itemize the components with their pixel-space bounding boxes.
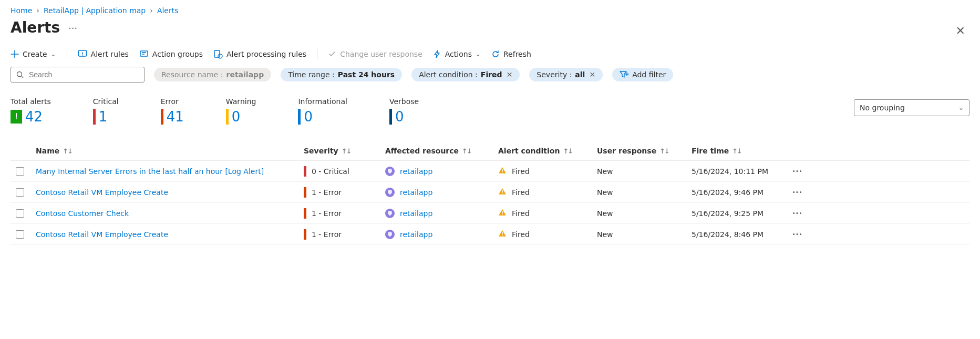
warning-icon xyxy=(498,209,507,218)
row-menu-button[interactable]: ··· xyxy=(792,188,813,197)
cell-severity: 1 - Error xyxy=(304,187,385,198)
col-firetime-label: Fire time xyxy=(692,147,729,155)
add-filter-button[interactable]: Add filter xyxy=(612,68,673,81)
sort-icon: ↑↓ xyxy=(462,147,471,155)
alert-name-link[interactable]: Contoso Retail VM Employee Create xyxy=(36,188,168,197)
row-menu-button[interactable]: ··· xyxy=(792,209,813,218)
cell-severity: 1 - Error xyxy=(304,229,385,240)
create-button[interactable]: Create ⌄ xyxy=(11,50,56,58)
filter-timerange-label: Time range : xyxy=(288,70,335,79)
chevron-right-icon: › xyxy=(150,6,153,15)
cell-resource[interactable]: retailapp xyxy=(385,230,498,239)
col-name-label: Name xyxy=(36,147,59,155)
row-checkbox[interactable] xyxy=(16,209,24,218)
chevron-down-icon: ⌄ xyxy=(51,50,56,58)
row-menu-button[interactable]: ··· xyxy=(792,167,813,176)
severity-bar-icon xyxy=(304,187,306,198)
cell-severity: 0 - Critical xyxy=(304,166,385,177)
cell-condition: Fired xyxy=(498,209,597,218)
col-resource-label: Affected resource xyxy=(385,147,459,155)
row-checkbox[interactable] xyxy=(16,230,24,239)
refresh-button[interactable]: Refresh xyxy=(491,50,531,58)
cell-resource[interactable]: retailapp xyxy=(385,167,498,176)
close-icon[interactable]: ✕ xyxy=(507,70,513,79)
sort-icon: ↑↓ xyxy=(659,147,669,155)
summary-total[interactable]: Total alerts 42 xyxy=(11,97,51,125)
more-icon[interactable]: ··· xyxy=(68,24,77,38)
col-response-label: User response xyxy=(597,147,656,155)
col-resource[interactable]: Affected resource↑↓ xyxy=(385,147,498,155)
row-checkbox[interactable] xyxy=(16,167,24,176)
col-firetime[interactable]: Fire time↑↓ xyxy=(692,147,792,155)
close-icon[interactable]: ✕ xyxy=(956,24,969,37)
summary-error[interactable]: Error 41 xyxy=(161,97,184,125)
search-input-wrapper[interactable] xyxy=(11,67,145,83)
svg-rect-10 xyxy=(389,214,391,215)
cell-response: New xyxy=(597,188,692,197)
row-menu-button[interactable]: ··· xyxy=(792,230,813,239)
resource-link[interactable]: retailapp xyxy=(400,167,432,176)
cell-resource[interactable]: retailapp xyxy=(385,188,498,197)
summary-verbose[interactable]: Verbose 0 xyxy=(389,97,419,125)
alert-processing-label: Alert processing rules xyxy=(226,50,306,58)
sort-icon: ↑↓ xyxy=(63,147,72,155)
breadcrumb: Home › RetailApp | Application map › Ale… xyxy=(11,4,969,19)
filter-condition-pill[interactable]: Alert condition : Fired ✕ xyxy=(411,68,520,81)
close-icon[interactable]: ✕ xyxy=(589,70,595,79)
svg-rect-8 xyxy=(389,193,391,194)
col-severity[interactable]: Severity↑↓ xyxy=(304,147,385,155)
search-input[interactable] xyxy=(28,70,139,79)
summary-critical[interactable]: Critical 1 xyxy=(93,97,119,125)
summary-row: Total alerts 42 Critical 1 Error 41 Warn… xyxy=(11,94,969,130)
severity-bar-icon xyxy=(304,166,306,177)
col-response[interactable]: User response↑↓ xyxy=(597,147,692,155)
row-checkbox[interactable] xyxy=(16,188,24,197)
chevron-down-icon: ⌄ xyxy=(958,104,964,111)
action-groups-button[interactable]: Action groups xyxy=(139,49,203,59)
table-header: Name↑↓ Severity↑↓ Affected resource↑↓ Al… xyxy=(11,142,969,161)
alert-rules-icon xyxy=(78,49,87,59)
search-icon xyxy=(16,71,24,78)
filter-severity-value: all xyxy=(575,70,585,79)
sort-icon: ↑↓ xyxy=(563,147,572,155)
plus-icon xyxy=(11,50,19,58)
col-severity-label: Severity xyxy=(304,147,338,155)
change-user-response-label: Change user response xyxy=(340,50,422,58)
alert-name-link[interactable]: Contoso Retail VM Employee Create xyxy=(36,230,168,239)
breadcrumb-appmap[interactable]: RetailApp | Application map xyxy=(44,6,146,15)
summary-informational[interactable]: Informational 0 xyxy=(298,97,347,125)
appinsights-icon xyxy=(385,167,395,176)
grouping-select[interactable]: No grouping ⌄ xyxy=(854,99,969,116)
svg-point-5 xyxy=(388,169,392,173)
alert-processing-rules-button[interactable]: Alert processing rules xyxy=(213,49,306,59)
breadcrumb-home[interactable]: Home xyxy=(11,6,32,15)
severity-text: 0 - Critical xyxy=(312,167,349,176)
resource-link[interactable]: retailapp xyxy=(400,209,432,218)
resource-link[interactable]: retailapp xyxy=(400,188,432,197)
severity-bar-icon xyxy=(304,208,306,219)
chevron-right-icon: › xyxy=(36,6,39,15)
alert-name-link[interactable]: Many Internal Server Errors in the last … xyxy=(36,167,264,176)
lightning-icon xyxy=(433,50,441,58)
create-label: Create xyxy=(23,50,47,58)
severity-bar-icon xyxy=(304,229,306,240)
alerts-table: Name↑↓ Severity↑↓ Affected resource↑↓ Al… xyxy=(11,142,969,245)
breadcrumb-alerts[interactable]: Alerts xyxy=(157,6,179,15)
resource-link[interactable]: retailapp xyxy=(400,230,432,239)
cell-response: New xyxy=(597,230,692,239)
alert-rules-button[interactable]: Alert rules xyxy=(78,49,129,59)
summary-warning[interactable]: Warning 0 xyxy=(226,97,256,125)
actions-button[interactable]: Actions ⌄ xyxy=(433,50,481,58)
cell-condition: Fired xyxy=(498,167,597,176)
filter-resource-pill: Resource name : retailapp xyxy=(154,68,271,81)
svg-point-7 xyxy=(388,190,392,194)
col-condition[interactable]: Alert condition↑↓ xyxy=(498,147,597,155)
col-name[interactable]: Name↑↓ xyxy=(36,147,304,155)
svg-point-3 xyxy=(218,54,222,58)
filter-resource-label: Resource name : xyxy=(161,70,223,79)
table-row: Contoso Customer Check1 - Errorretailapp… xyxy=(11,203,969,224)
alert-name-link[interactable]: Contoso Customer Check xyxy=(36,209,129,218)
cell-resource[interactable]: retailapp xyxy=(385,209,498,218)
filter-timerange-pill[interactable]: Time range : Past 24 hours xyxy=(281,68,402,81)
filter-severity-pill[interactable]: Severity : all ✕ xyxy=(529,68,603,81)
